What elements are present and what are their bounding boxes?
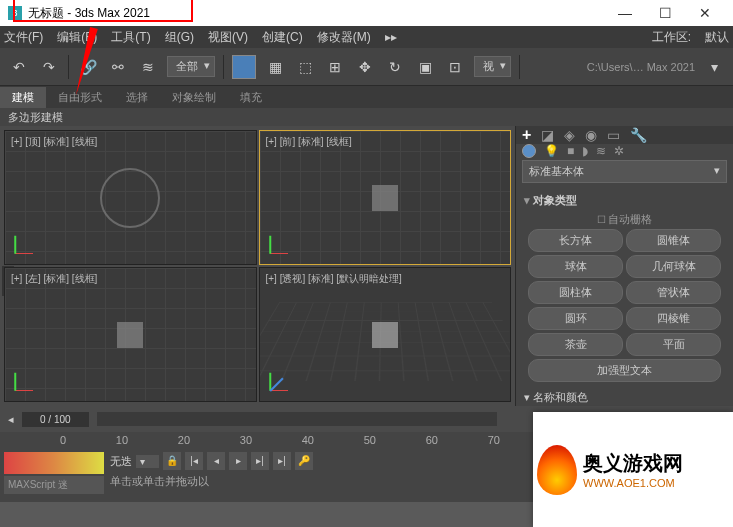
viewport-perspective[interactable]: [+] [透视] [标准] [默认明暗处理] bbox=[259, 267, 512, 402]
menu-more-icon[interactable]: ▸▸ bbox=[385, 30, 397, 44]
shapes-icon[interactable]: 💡 bbox=[544, 144, 559, 158]
torus-button[interactable]: 圆环 bbox=[528, 307, 623, 330]
rotate-button[interactable]: ↻ bbox=[384, 56, 406, 78]
ref-coord[interactable]: 视 bbox=[474, 56, 511, 77]
viewport-left[interactable]: [+] [左] [标准] [线框] bbox=[4, 267, 257, 402]
lights-icon[interactable]: ■ bbox=[567, 144, 574, 158]
maxscript-listener[interactable]: MAXScript 迷 bbox=[4, 476, 104, 494]
utilities-tab-icon[interactable]: 🔧 bbox=[630, 127, 647, 143]
motion-tab-icon[interactable]: ◉ bbox=[585, 127, 597, 143]
category-dropdown[interactable]: 标准基本体 bbox=[522, 160, 727, 183]
object-type-header[interactable]: 对象类型 bbox=[524, 193, 725, 208]
bind-button[interactable]: ≋ bbox=[137, 56, 159, 78]
select-object-button[interactable] bbox=[232, 55, 256, 79]
minimize-button[interactable]: — bbox=[605, 0, 645, 26]
selset-combo[interactable]: ▾ bbox=[136, 455, 159, 468]
select-name-button[interactable]: ▦ bbox=[264, 56, 286, 78]
time-ruler[interactable]: 010203040506070 bbox=[0, 432, 560, 448]
path-dropdown-icon[interactable]: ▾ bbox=[703, 56, 725, 78]
viewport-left-label[interactable]: [+] [左] [标准] [线框] bbox=[11, 272, 97, 286]
tube-button[interactable]: 管状体 bbox=[626, 281, 721, 304]
pyramid-button[interactable]: 四棱锥 bbox=[626, 307, 721, 330]
cameras-icon[interactable]: ◗ bbox=[582, 144, 588, 158]
viewport-persp-label[interactable]: [+] [透视] [标准] [默认明暗处理] bbox=[266, 272, 402, 286]
annotation-highlight bbox=[13, 0, 193, 22]
modify-tab-icon[interactable]: ◪ bbox=[541, 127, 554, 143]
select-rect-button[interactable]: ⬚ bbox=[294, 56, 316, 78]
window-crossing-button[interactable]: ⊞ bbox=[324, 56, 346, 78]
plane-button[interactable]: 平面 bbox=[626, 333, 721, 356]
workspace-selector[interactable]: 默认 bbox=[705, 29, 729, 46]
ribbon: 建模 自由形式 选择 对象绘制 填充 bbox=[0, 86, 733, 108]
command-panel: + ◪ ◈ ◉ ▭ 🔧 💡 ■ ◗ ≋ ✲ 标准基本体 对象类型 ☐ 自动栅格 … bbox=[515, 126, 733, 406]
viewport-front-label[interactable]: [+] [前] [标准] [线框] bbox=[266, 135, 352, 149]
spacewarps-icon[interactable]: ✲ bbox=[614, 144, 624, 158]
cone-button[interactable]: 圆锥体 bbox=[626, 229, 721, 252]
viewport-front[interactable]: [+] [前] [标准] [线框] bbox=[259, 130, 512, 265]
move-button[interactable]: ✥ bbox=[354, 56, 376, 78]
ribbon-panel-label: 多边形建模 bbox=[0, 108, 733, 126]
menubar: 文件(F) 编辑(E) 工具(T) 组(G) 视图(V) 创建(C) 修改器(M… bbox=[0, 26, 733, 48]
name-color-header[interactable]: ▾ 名称和颜色 bbox=[524, 390, 725, 405]
tab-populate[interactable]: 填充 bbox=[228, 87, 274, 108]
viewport-top[interactable]: [+] [顶] [标准] [线框] bbox=[4, 130, 257, 265]
selection-status: 无迭 bbox=[110, 454, 132, 469]
hierarchy-tab-icon[interactable]: ◈ bbox=[564, 127, 575, 143]
close-button[interactable]: ✕ bbox=[685, 0, 725, 26]
tab-modeling[interactable]: 建模 bbox=[0, 87, 46, 108]
lock-icon[interactable]: 🔒 bbox=[163, 452, 181, 470]
scale-button[interactable]: ▣ bbox=[414, 56, 436, 78]
box-button[interactable]: 长方体 bbox=[528, 229, 623, 252]
key-mode-icon[interactable]: 🔑 bbox=[295, 452, 313, 470]
geosphere-button[interactable]: 几何球体 bbox=[626, 255, 721, 278]
teapot-button[interactable]: 茶壶 bbox=[528, 333, 623, 356]
play-prev-icon[interactable]: ◂ bbox=[207, 452, 225, 470]
workspace-label: 工作区: bbox=[652, 29, 691, 46]
menu-file[interactable]: 文件(F) bbox=[4, 29, 43, 46]
tab-selection[interactable]: 选择 bbox=[114, 87, 160, 108]
autogrid-checkbox[interactable]: ☐ 自动栅格 bbox=[524, 212, 725, 227]
flame-icon bbox=[537, 445, 577, 495]
viewport-top-label[interactable]: [+] [顶] [标准] [线框] bbox=[11, 135, 97, 149]
display-tab-icon[interactable]: ▭ bbox=[607, 127, 620, 143]
watermark-name: 奥义游戏网 bbox=[583, 450, 683, 477]
main-toolbar: ↶ ↷ 🔗 ⚯ ≋ 全部 ▦ ⬚ ⊞ ✥ ↻ ▣ ⊡ 视 C:\Users\… … bbox=[0, 48, 733, 86]
maximize-button[interactable]: ☐ bbox=[645, 0, 685, 26]
placement-button[interactable]: ⊡ bbox=[444, 56, 466, 78]
textplus-button[interactable]: 加强型文本 bbox=[528, 359, 721, 382]
undo-button[interactable]: ↶ bbox=[8, 56, 30, 78]
menu-views[interactable]: 视图(V) bbox=[208, 29, 248, 46]
menu-group[interactable]: 组(G) bbox=[165, 29, 194, 46]
sphere-button[interactable]: 球体 bbox=[528, 255, 623, 278]
unlink-button[interactable]: ⚯ bbox=[107, 56, 129, 78]
trackbar-color[interactable] bbox=[4, 452, 104, 474]
menu-modifiers[interactable]: 修改器(M) bbox=[317, 29, 371, 46]
create-tab-icon[interactable]: + bbox=[522, 126, 531, 144]
selection-filter[interactable]: 全部 bbox=[167, 56, 215, 77]
redo-button[interactable]: ↷ bbox=[38, 56, 60, 78]
geometry-icon[interactable] bbox=[522, 144, 536, 158]
watermark: 奥义游戏网 WWW.AOE1.COM bbox=[533, 412, 733, 527]
play-icon[interactable]: ▸ bbox=[229, 452, 247, 470]
menu-create[interactable]: 创建(C) bbox=[262, 29, 303, 46]
play-end-icon[interactable]: ▸| bbox=[273, 452, 291, 470]
play-start-icon[interactable]: |◂ bbox=[185, 452, 203, 470]
path-display: C:\Users\… Max 2021 bbox=[587, 61, 695, 73]
frame-indicator[interactable]: 0 / 100 bbox=[22, 412, 89, 427]
watermark-url: WWW.AOE1.COM bbox=[583, 477, 683, 489]
timeline-track[interactable] bbox=[97, 412, 497, 426]
viewport-area: ▸ [+] [顶] [标准] [线框] [+] [前] [标准] [线框] [+… bbox=[0, 126, 515, 406]
cylinder-button[interactable]: 圆柱体 bbox=[528, 281, 623, 304]
tab-objectpaint[interactable]: 对象绘制 bbox=[160, 87, 228, 108]
menu-tools[interactable]: 工具(T) bbox=[111, 29, 150, 46]
helpers-icon[interactable]: ≋ bbox=[596, 144, 606, 158]
titlebar: 3 无标题 - 3ds Max 2021 — ☐ ✕ bbox=[0, 0, 733, 26]
play-next-icon[interactable]: ▸| bbox=[251, 452, 269, 470]
